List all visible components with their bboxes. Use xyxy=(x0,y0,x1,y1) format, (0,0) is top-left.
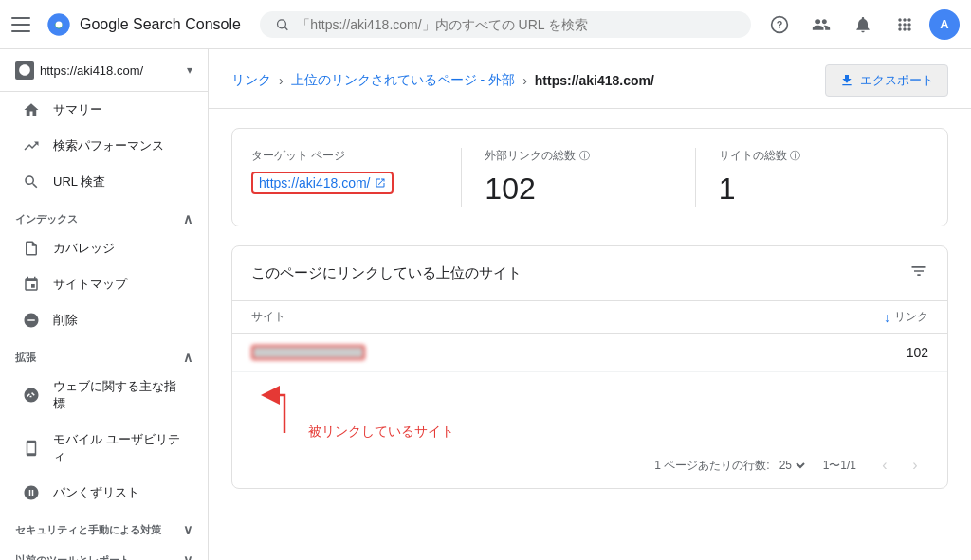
search-icon xyxy=(275,17,289,32)
blurred-site-cell xyxy=(251,345,852,360)
sidebar-item-search-performance[interactable]: 検索パフォーマンス xyxy=(0,128,208,164)
body: https://aki418.com/ ▾ サマリー 検索パフォーマンス URL… xyxy=(0,49,971,560)
main-content: リンク › 上位のリンクされているページ - 外部 › https://aki4… xyxy=(209,49,971,560)
sidebar-item-url-inspection[interactable]: URL 検査 xyxy=(0,164,208,200)
sidebar-item-mobile-label: モバイル ユーザビリティ xyxy=(53,431,185,465)
target-page-url[interactable]: https://aki418.com/ xyxy=(251,172,394,194)
info-icon-external[interactable]: ⓘ xyxy=(579,150,590,161)
col-link-header[interactable]: ↓ リンク xyxy=(852,309,928,325)
export-button[interactable]: エクスポート xyxy=(825,64,948,97)
site-icon xyxy=(15,61,34,80)
svg-line-3 xyxy=(284,27,287,29)
sidebar-item-coverage-label: カバレッジ xyxy=(53,240,115,257)
section-header-legacy[interactable]: 以前のツールとレポート ∨ xyxy=(0,541,208,560)
table-area: 102 被リンクしているサイト xyxy=(232,334,947,443)
external-links-label-text: 外部リンクの総数 xyxy=(485,149,576,162)
header: Google Search Console ? xyxy=(0,0,971,49)
sidebar-item-search-performance-label: 検索パフォーマンス xyxy=(53,137,164,154)
annotation-text: 被リンクしているサイト xyxy=(308,424,454,441)
section-legacy-title: 以前のツールとレポート xyxy=(15,553,130,561)
notifications-icon[interactable] xyxy=(846,8,880,42)
prev-page-button[interactable]: ‹ xyxy=(871,452,898,479)
site-total-label-text: サイトの総数 xyxy=(719,149,787,162)
header-icons: ? A xyxy=(762,8,960,42)
section-security-toggle[interactable]: ∨ xyxy=(183,522,192,537)
sidebar-item-mobile[interactable]: モバイル ユーザビリティ xyxy=(0,422,208,475)
target-page-url-text: https://aki418.com/ xyxy=(259,175,371,190)
next-page-button[interactable]: › xyxy=(902,452,928,479)
accounts-icon[interactable] xyxy=(804,8,838,42)
sidebar-item-sitemap[interactable]: サイトマップ xyxy=(0,266,208,302)
sidebar-item-web-vitals-label: ウェブに関する主な指標 xyxy=(53,378,185,412)
chevron-down-icon: ▾ xyxy=(187,63,192,77)
table-footer: 1 ページあたりの行数: 25 10 50 1〜1/1 ‹ › xyxy=(232,443,947,488)
rows-per-page-select[interactable]: 25 10 50 xyxy=(776,458,808,473)
sidebar: https://aki418.com/ ▾ サマリー 検索パフォーマンス URL… xyxy=(0,49,209,560)
site-total-value: 1 xyxy=(719,172,906,207)
filter-icon[interactable] xyxy=(909,262,928,285)
annotation-arrow xyxy=(261,376,308,443)
sidebar-item-removal[interactable]: 削除 xyxy=(0,302,208,338)
home-icon xyxy=(23,101,40,118)
col-link-label: リンク xyxy=(894,309,928,325)
search-bar[interactable] xyxy=(260,11,751,38)
table-section-title: このページにリンクしている上位のサイト xyxy=(251,264,522,282)
svg-text:?: ? xyxy=(777,19,783,30)
section-index-toggle[interactable]: ∧ xyxy=(183,211,192,226)
section-header-enhance: 拡張 ∧ xyxy=(0,338,208,369)
remove-icon xyxy=(23,312,40,329)
stat-site-total: サイトの総数 ⓘ 1 xyxy=(696,148,928,207)
sidebar-item-breadcrumbs[interactable]: パンくずリスト xyxy=(0,475,208,511)
section-header-security[interactable]: セキュリティと手動による対策 ∨ xyxy=(0,511,208,541)
main-section: ターゲット ページ https://aki418.com/ 外部リンクの総数 ⓘ… xyxy=(209,109,971,508)
apps-icon[interactable] xyxy=(888,8,922,42)
info-icon-site[interactable]: ⓘ xyxy=(790,150,800,161)
trending-up-icon xyxy=(23,137,40,154)
pagination-buttons: ‹ › xyxy=(871,452,928,479)
svg-point-2 xyxy=(277,19,285,27)
blurred-site-name xyxy=(251,345,365,360)
table-section: このページにリンクしている上位のサイト サイト ↓ リンク xyxy=(231,245,948,489)
avatar[interactable]: A xyxy=(929,9,960,40)
sidebar-item-summary[interactable]: サマリー xyxy=(0,92,208,128)
sidebar-item-sitemap-label: サイトマップ xyxy=(53,276,127,293)
rows-per-page-label: 1 ページあたりの行数: xyxy=(654,458,769,474)
breadcrumb-sep-2: › xyxy=(522,73,527,88)
section-header-index: インデックス ∧ xyxy=(0,200,208,230)
sitemap-icon xyxy=(23,276,40,293)
export-label: エクスポート xyxy=(860,72,934,89)
breadcrumb-nav-icon xyxy=(23,484,40,501)
site-total-label: サイトの総数 ⓘ xyxy=(719,148,906,164)
breadcrumb-sep-1: › xyxy=(279,73,284,88)
table-header: サイト ↓ リンク xyxy=(232,301,947,334)
section-enhance-toggle[interactable]: ∧ xyxy=(183,350,192,365)
help-icon[interactable]: ? xyxy=(762,8,797,42)
coverage-icon xyxy=(23,240,40,257)
breadcrumb-current: https://aki418.com/ xyxy=(535,73,654,88)
external-links-value: 102 xyxy=(485,172,671,207)
breadcrumb: リンク › 上位のリンクされているページ - 外部 › https://aki4… xyxy=(209,49,971,109)
svg-point-1 xyxy=(56,21,63,27)
app-title: Google Search Console xyxy=(80,16,241,33)
menu-icon[interactable] xyxy=(11,13,34,36)
section-enhance-title: 拡張 xyxy=(15,351,36,365)
app-logo: Google Search Console xyxy=(46,11,241,38)
sidebar-item-web-vitals[interactable]: ウェブに関する主な指標 xyxy=(0,369,208,422)
table-section-header: このページにリンクしている上位のサイト xyxy=(232,246,947,301)
section-legacy-toggle[interactable]: ∨ xyxy=(183,552,192,560)
external-links-label: 外部リンクの総数 ⓘ xyxy=(485,148,671,164)
table-row[interactable]: 102 xyxy=(232,334,947,372)
sidebar-item-removal-label: 削除 xyxy=(53,312,78,329)
speed-icon xyxy=(23,387,40,404)
sidebar-item-coverage[interactable]: カバレッジ xyxy=(0,230,208,266)
stat-external-links: 外部リンクの総数 ⓘ 102 xyxy=(462,148,695,207)
download-icon xyxy=(839,73,854,88)
rows-per-page: 1 ページあたりの行数: 25 10 50 xyxy=(654,458,807,474)
sidebar-item-breadcrumbs-label: パンくずリスト xyxy=(53,484,139,501)
site-selector[interactable]: https://aki418.com/ ▾ xyxy=(0,49,208,92)
mobile-icon xyxy=(23,440,40,457)
breadcrumb-link-external[interactable]: 上位のリンクされているページ - 外部 xyxy=(291,72,515,89)
target-page-label: ターゲット ページ xyxy=(251,148,438,164)
search-input[interactable] xyxy=(297,17,736,32)
breadcrumb-link-links[interactable]: リンク xyxy=(231,72,271,89)
